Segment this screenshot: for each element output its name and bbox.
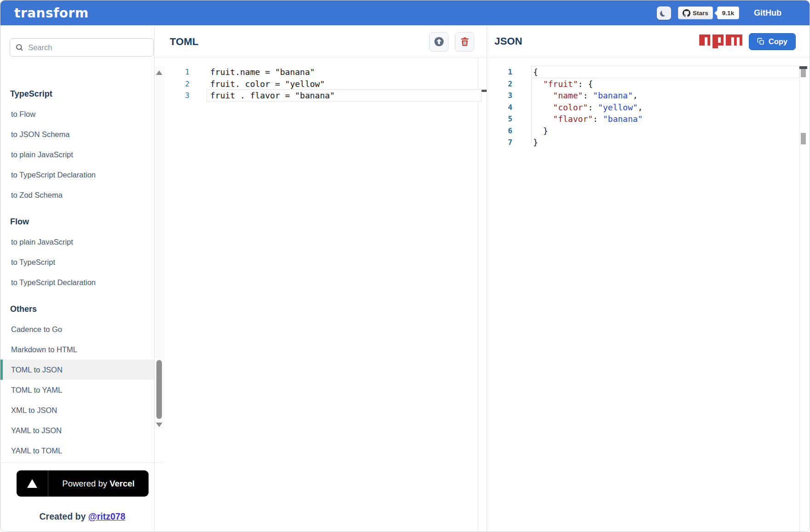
line-number: 1 <box>487 68 512 76</box>
code-text: } <box>512 137 538 147</box>
code-text: fruit. color = "yellow" <box>190 79 325 89</box>
upload-file-button[interactable] <box>429 32 448 51</box>
github-link[interactable]: GitHub <box>754 8 781 18</box>
line-number: 2 <box>164 80 190 88</box>
code-text: "fruit": { <box>512 79 593 89</box>
powered-by-label: Powered by Vercel <box>48 479 149 489</box>
copy-icon <box>757 38 764 45</box>
json-code-output[interactable]: 1{2 "fruit": {3 "name": "banana",4 "colo… <box>487 58 810 532</box>
toml-code-line: 2fruit. color = "yellow" <box>164 78 487 90</box>
json-code-line: 2 "fruit": { <box>487 78 810 90</box>
sidebar-item-to-json-schema[interactable]: to JSON Schema <box>0 124 154 144</box>
json-code-line: 7} <box>487 137 810 149</box>
sidebar-item-toml-to-yaml[interactable]: TOML to YAML <box>0 380 154 400</box>
app-window: transform Stars 9.1k GitHub TypeScriptto… <box>0 0 810 532</box>
toml-toolbar <box>429 32 474 51</box>
github-stars-count[interactable]: 9.1k <box>717 6 739 19</box>
line-number: 6 <box>487 126 512 135</box>
json-code-line: 3 "name": "banana", <box>487 90 810 102</box>
line-number: 4 <box>487 103 512 112</box>
github-stars-button[interactable]: Stars <box>678 6 713 19</box>
stars-label: Stars <box>693 10 708 17</box>
header-actions: Stars 9.1k GitHub <box>657 6 781 20</box>
toml-code-line: 1fruit.name = "banana" <box>164 66 487 78</box>
code-text: } <box>512 126 548 136</box>
sidebar-item-to-typescript-declaration[interactable]: to TypeScript Declaration <box>0 165 154 185</box>
copy-label: Copy <box>769 37 787 46</box>
toml-scrollbar-track[interactable] <box>478 58 478 532</box>
trash-icon <box>460 36 470 47</box>
sidebar-item-markdown-to-html[interactable]: Markdown to HTML <box>0 339 154 360</box>
line-number: 7 <box>487 138 512 147</box>
powered-by-vercel-button[interactable]: Powered by Vercel <box>17 470 149 497</box>
json-code-line: 5 "flavor": "banana" <box>487 113 810 125</box>
sidebar-item-yaml-to-toml[interactable]: YAML to TOML <box>0 440 154 461</box>
json-panel-title: JSON <box>494 35 523 47</box>
toml-panel-header: TOML <box>164 25 487 58</box>
sidebar-item-to-typescript[interactable]: to TypeScript <box>0 252 154 272</box>
author-link[interactable]: @ritz078 <box>88 511 126 521</box>
line-number: 5 <box>487 114 512 123</box>
sidebar-section-others: Others <box>0 299 154 319</box>
search-input[interactable] <box>27 43 148 52</box>
sidebar-item-to-typescript-declaration[interactable]: to TypeScript Declaration <box>0 272 154 292</box>
dark-mode-toggle[interactable] <box>657 6 671 20</box>
line-number: 2 <box>487 80 512 88</box>
json-code-line: 1{ <box>487 66 810 78</box>
created-by: Created by @ritz078 <box>0 511 164 522</box>
sidebar-section-typescript: TypeScript <box>0 84 154 104</box>
app-header: transform Stars 9.1k GitHub <box>0 0 810 25</box>
toml-code-line: 3fruit . flavor = "banana" <box>164 90 487 102</box>
sidebar-scrollbar-thumb[interactable] <box>156 360 162 419</box>
sidebar-item-to-plain-javascript[interactable]: to plain JavaScript <box>0 232 154 252</box>
github-octocat-icon <box>683 9 690 17</box>
upload-icon <box>433 36 445 47</box>
code-text: "color": "yellow", <box>512 103 643 112</box>
line-number: 3 <box>487 91 512 100</box>
line-number: 3 <box>164 91 190 100</box>
line-number: 1 <box>164 68 190 76</box>
search-icon <box>16 43 23 51</box>
sidebar-item-to-zod-schema[interactable]: to Zod Schema <box>0 185 154 205</box>
search-box <box>10 38 154 57</box>
sidebar-item-to-flow[interactable]: to Flow <box>0 104 154 124</box>
sidebar-scrollbar <box>155 66 164 429</box>
scroll-down-arrow-icon[interactable] <box>156 423 162 427</box>
transform-nav: TypeScriptto Flowto JSON Schemato plain … <box>0 66 154 461</box>
scroll-up-arrow-icon[interactable] <box>156 70 162 75</box>
sidebar-item-to-plain-javascript[interactable]: to plain JavaScript <box>0 144 154 165</box>
json-code-line: 4 "color": "yellow", <box>487 102 810 114</box>
sidebar-item-yaml-to-json[interactable]: YAML to JSON <box>0 420 154 440</box>
code-text: { <box>512 67 538 77</box>
json-panel: JSON Copy 1{2 "fruit": {3 "name": "banan… <box>487 25 810 532</box>
clear-editor-button[interactable] <box>455 32 474 51</box>
sidebar-footer-divider <box>0 463 164 463</box>
app-logo[interactable]: transform <box>14 6 89 21</box>
code-text: fruit.name = "banana" <box>190 67 315 77</box>
code-text: "flavor": "banana" <box>512 114 643 124</box>
json-code-line: 6 } <box>487 125 810 137</box>
code-text: "name": "banana", <box>512 91 638 100</box>
copy-button[interactable]: Copy <box>749 33 796 50</box>
moon-icon <box>662 9 669 16</box>
npm-logo <box>699 34 742 48</box>
code-text: fruit . flavor = "banana" <box>190 91 335 100</box>
sidebar-item-toml-to-json[interactable]: TOML to JSON <box>0 360 154 380</box>
json-panel-header: JSON Copy <box>487 25 810 58</box>
vercel-triangle-icon <box>27 479 37 488</box>
json-toolbar: Copy <box>699 33 796 50</box>
toml-panel: TOML 1fruit.name = "banana"2fruit. color… <box>164 25 487 532</box>
sidebar-item-cadence-to-go[interactable]: Cadence to Go <box>0 319 154 339</box>
sidebar-item-xml-to-json[interactable]: XML to JSON <box>0 400 154 420</box>
toml-panel-title: TOML <box>170 36 199 48</box>
sidebar-section-flow: Flow <box>0 212 154 232</box>
sidebar: TypeScriptto Flowto JSON Schemato plain … <box>0 25 164 532</box>
sidebar-border <box>154 25 155 532</box>
toml-code-editor[interactable]: 1fruit.name = "banana"2fruit. color = "y… <box>164 58 487 532</box>
